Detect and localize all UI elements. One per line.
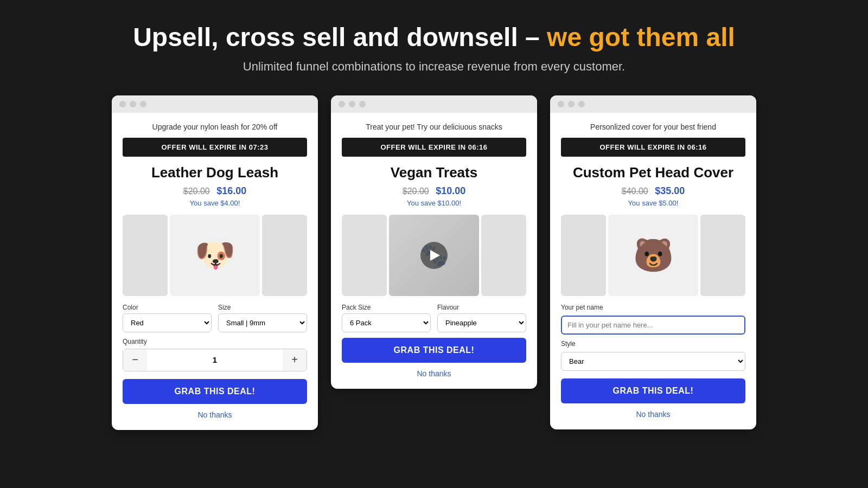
page-subtitle: Unlimited funnel combinations to increas… <box>133 60 735 74</box>
quantity-row: Quantity − + <box>123 338 307 371</box>
img-main-leash: 🐶 <box>170 215 260 296</box>
card-subtitle-treats: Treat your pet! Try our deliciuous snack… <box>342 123 526 131</box>
sale-price-treats: $10.00 <box>436 185 465 196</box>
flavour-label: Flavour <box>437 304 526 311</box>
qty-minus-button[interactable]: − <box>123 349 147 371</box>
img-side-left-treats <box>342 215 387 296</box>
img-main-treats: 🐾 <box>389 215 479 296</box>
page-title: Upsell, cross sell and downsell – we got… <box>133 22 735 53</box>
img-side-right-leash <box>262 215 307 296</box>
quantity-label: Quantity <box>123 338 307 345</box>
bear-dog-icon: 🐻 <box>608 215 698 296</box>
page-header: Upsell, cross sell and downsell – we got… <box>133 22 735 74</box>
grab-deal-button-leash[interactable]: GRAB THIS DEAL! <box>123 379 307 404</box>
card-subtitle-leash: Upgrade your nylon leash for 20% off <box>123 123 307 131</box>
dog-leash-icon: 🐶 <box>195 239 235 272</box>
dot-4 <box>339 101 345 107</box>
pack-size-select[interactable]: 6 Pack 12 Pack 24 Pack <box>342 313 431 332</box>
pet-name-input[interactable] <box>561 316 745 335</box>
dot-6 <box>359 101 366 107</box>
quantity-control: − + <box>123 349 307 371</box>
sale-price-cover: $35.00 <box>655 185 685 196</box>
qty-plus-button[interactable]: + <box>283 349 307 371</box>
grab-deal-button-treats[interactable]: GRAB THIS DEAL! <box>342 338 526 363</box>
image-carousel-leash: 🐶 <box>123 215 307 296</box>
pack-size-label: Pack Size <box>342 304 431 311</box>
field-row-treats: Pack Size 6 Pack 12 Pack 24 Pack Flavour… <box>342 304 526 332</box>
card-titlebar-3 <box>550 95 756 113</box>
img-side-left-cover <box>561 215 606 296</box>
card-leash: Upgrade your nylon leash for 20% off OFF… <box>112 95 318 430</box>
style-select[interactable]: Bear Lion Tiger Fox <box>561 352 745 371</box>
sale-price-leash: $16.00 <box>216 185 246 196</box>
size-select[interactable]: Small | 9mm Medium | 12mm Large | 15mm <box>218 313 307 332</box>
color-select[interactable]: Red Blue Black <box>123 313 212 332</box>
field-row-leash: Color Red Blue Black Size Small | 9mm Me… <box>123 304 307 332</box>
savings-cover: You save $5.00! <box>561 199 745 207</box>
product-title-leash: Leather Dog Leash <box>123 164 307 181</box>
pricing-leash: $20.00 $16.00 <box>123 185 307 197</box>
pack-size-field-group: Pack Size 6 Pack 12 Pack 24 Pack <box>342 304 431 332</box>
offer-banner-treats: OFFER WILL EXPIRE IN 06:16 <box>342 138 526 157</box>
card-titlebar-1 <box>112 95 318 113</box>
dot-8 <box>568 101 575 107</box>
no-thanks-leash[interactable]: No thanks <box>123 410 307 419</box>
savings-treats: You save $10.00! <box>342 199 526 207</box>
title-main: Upsell, cross sell and downsell – <box>133 23 540 52</box>
offer-banner-leash: OFFER WILL EXPIRE IN 07:23 <box>123 138 307 157</box>
card-body-leash: Upgrade your nylon leash for 20% off OFF… <box>112 113 318 430</box>
card-body-treats: Treat your pet! Try our deliciuous snack… <box>331 113 537 389</box>
image-carousel-cover: 🐻 <box>561 215 745 296</box>
card-subtitle-cover: Personlized cover for your best friend <box>561 123 745 131</box>
dot-9 <box>578 101 585 107</box>
dot-7 <box>558 101 564 107</box>
pricing-cover: $40.00 $35.00 <box>561 185 745 197</box>
card-treats: Treat your pet! Try our deliciuous snack… <box>331 95 537 389</box>
size-field-group: Size Small | 9mm Medium | 12mm Large | 1… <box>218 304 307 332</box>
size-label: Size <box>218 304 307 311</box>
no-thanks-treats[interactable]: No thanks <box>342 369 526 378</box>
style-field-group: Style Bear Lion Tiger Fox <box>561 340 745 371</box>
color-field-group: Color Red Blue Black <box>123 304 212 332</box>
grab-deal-button-cover[interactable]: GRAB THIS DEAL! <box>561 378 745 403</box>
img-side-right-treats <box>481 215 526 296</box>
play-triangle-icon <box>430 250 440 261</box>
pricing-treats: $20.00 $10.00 <box>342 185 526 197</box>
offer-banner-cover: OFFER WILL EXPIRE IN 06:16 <box>561 138 745 157</box>
title-highlight: we got them all <box>540 23 735 52</box>
image-carousel-treats: 🐾 <box>342 215 526 296</box>
style-label: Style <box>561 340 745 348</box>
dot-1 <box>119 101 126 107</box>
original-price-leash: $20.00 <box>183 187 210 196</box>
savings-leash: You save $4.00! <box>123 199 307 207</box>
product-title-treats: Vegan Treats <box>342 164 526 181</box>
product-title-cover: Custom Pet Head Cover <box>561 164 745 181</box>
card-cover: Personlized cover for your best friend O… <box>550 95 756 429</box>
img-main-cover: 🐻 <box>608 215 698 296</box>
dot-5 <box>349 101 355 107</box>
card-titlebar-2 <box>331 95 537 113</box>
color-label: Color <box>123 304 212 311</box>
pet-name-label: Your pet name <box>561 304 745 311</box>
pet-name-field-group: Your pet name <box>561 304 745 335</box>
dot-3 <box>140 101 146 107</box>
flavour-select[interactable]: Pineapple Banana Apple <box>437 313 526 332</box>
cards-container: Upgrade your nylon leash for 20% off OFF… <box>81 95 787 430</box>
play-button[interactable] <box>420 242 448 269</box>
card-body-cover: Personlized cover for your best friend O… <box>550 113 756 429</box>
qty-value-input[interactable] <box>147 355 283 364</box>
original-price-cover: $40.00 <box>622 187 648 196</box>
no-thanks-cover[interactable]: No thanks <box>561 410 745 419</box>
flavour-field-group: Flavour Pineapple Banana Apple <box>437 304 526 332</box>
original-price-treats: $20.00 <box>403 187 429 196</box>
img-side-left-leash <box>123 215 168 296</box>
dot-2 <box>130 101 136 107</box>
img-side-right-cover <box>700 215 745 296</box>
